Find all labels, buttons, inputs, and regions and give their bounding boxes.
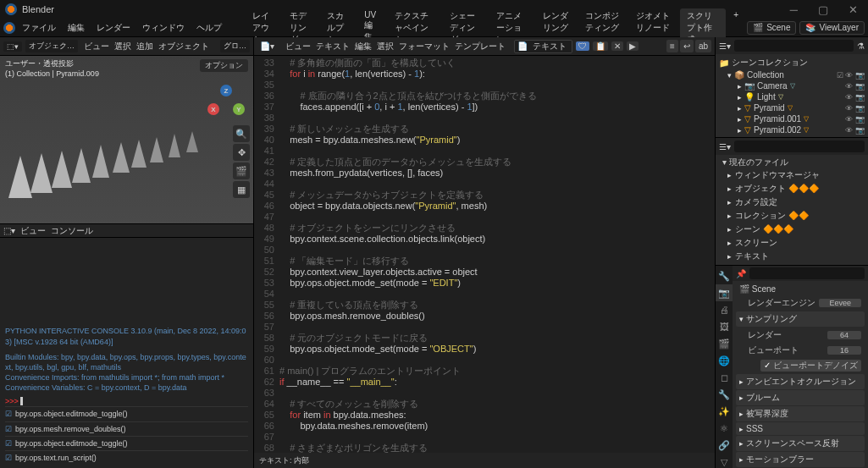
editor-type-icon[interactable]: ☰▾ <box>719 41 731 51</box>
file-search[interactable] <box>734 140 865 152</box>
vp-menu-追加[interactable]: 追加 <box>134 41 156 51</box>
menu-ファイル[interactable]: ファイル <box>17 20 61 36</box>
cone-mesh[interactable] <box>92 145 109 178</box>
menu-編集[interactable]: 編集 <box>63 20 90 36</box>
viewport-samples-value[interactable]: 16 <box>827 346 861 355</box>
tool-tab-icon[interactable]: 🔧 <box>716 267 733 284</box>
cone-mesh[interactable] <box>8 156 32 198</box>
ed-menu-テキスト[interactable]: テキスト <box>313 41 352 51</box>
ed-menu-ビュー[interactable]: ビュー <box>283 41 313 51</box>
editor-type-icon[interactable]: ☰▾ <box>719 142 731 151</box>
menu-ヘルプ[interactable]: ヘルプ <box>191 20 227 36</box>
orientation-selector[interactable]: グロ… <box>220 40 250 52</box>
minimize-button[interactable]: ─ <box>785 3 803 16</box>
scene-crumb[interactable]: Scene <box>752 284 776 294</box>
editor-type-icon[interactable]: ⬚▾ <box>3 226 15 235</box>
world-tab-icon[interactable]: 🌐 <box>716 352 733 369</box>
mode-selector[interactable]: オブジェク… <box>25 40 78 52</box>
text-file-selector[interactable]: 📄 テキスト <box>514 40 572 53</box>
mesh-tab-icon[interactable]: ▽ <box>716 454 733 468</box>
shield-icon[interactable]: 🛡 <box>576 41 589 51</box>
run-script-button[interactable]: ▶ <box>627 41 639 51</box>
history-item[interactable]: ☑ bpy.ops.mesh.remove_doubles() <box>5 421 248 436</box>
scene-tab-icon[interactable]: 🎬 <box>716 335 733 352</box>
console-menu[interactable]: コンソール <box>51 225 93 237</box>
vp-menu-オブジェクト[interactable]: オブジェクト <box>156 41 212 51</box>
zoom-icon[interactable]: 🔍 <box>233 125 250 142</box>
vp-menu-ビュー[interactable]: ビュー <box>81 41 112 51</box>
panel-被写界深度[interactable]: ▸被写界深度 <box>736 406 865 421</box>
syntax-highlight-icon[interactable]: ab <box>695 40 711 52</box>
ed-menu-テンプレート[interactable]: テンプレート <box>452 41 508 51</box>
3d-viewport[interactable]: ⬚▾ オブジェク… ビュー選択追加オブジェクト グロ… ユーザー・透視投影 (1… <box>0 37 253 223</box>
code-area[interactable]: 3334353637383940414243444546474849505152… <box>254 56 715 453</box>
outliner-item[interactable]: Pyramid.001 <box>754 114 801 124</box>
axis-z-icon[interactable]: Z <box>220 85 232 96</box>
collection[interactable]: Collection <box>747 70 784 80</box>
file-row[interactable]: ▸ テキスト <box>719 250 865 263</box>
options-button[interactable]: オプション <box>200 59 248 72</box>
camera-view-icon[interactable]: 🎬 <box>233 162 250 179</box>
outliner-search[interactable] <box>734 40 854 52</box>
particles-tab-icon[interactable]: ✨ <box>716 403 733 420</box>
cone-mesh[interactable] <box>72 148 91 183</box>
move-view-icon[interactable]: ✥ <box>233 144 250 161</box>
panel-SSS[interactable]: ▸SSS <box>736 422 865 435</box>
python-console[interactable]: PYTHON INTERACTIVE CONSOLE 3.10.9 (main,… <box>0 238 253 468</box>
cone-mesh[interactable] <box>150 137 163 162</box>
axis-y-icon[interactable]: Y <box>233 103 245 115</box>
constraints-tab-icon[interactable]: 🔗 <box>716 437 733 454</box>
physics-tab-icon[interactable]: ⚛ <box>716 420 733 437</box>
outliner-item[interactable]: Pyramid.002 <box>754 125 801 135</box>
cone-mesh[interactable] <box>131 140 147 168</box>
file-row[interactable]: ▸ スクリーン <box>719 236 865 250</box>
history-item[interactable]: ☑ bpy.ops.object.editmode_toggle() <box>5 406 248 421</box>
file-row[interactable]: ▸ カメラ設定 <box>719 195 865 209</box>
cone-mesh[interactable] <box>52 151 72 188</box>
object-tab-icon[interactable]: ◻ <box>716 369 733 386</box>
panel-アンビエントオクルージョン[interactable]: ▸アンビエントオクルージョン <box>736 374 865 389</box>
modifier-tab-icon[interactable]: 🔧 <box>716 386 733 403</box>
blender-icon[interactable] <box>3 22 15 34</box>
render-tab-icon[interactable]: 📷 <box>716 284 733 301</box>
outliner-item[interactable]: Pyramid <box>754 103 785 113</box>
scene-selector[interactable]: 🎬 Scene <box>747 21 796 35</box>
cone-mesh[interactable] <box>30 153 53 193</box>
panel-モーションブラー[interactable]: ▸モーションブラー <box>736 452 865 467</box>
persp-ortho-icon[interactable]: ▦ <box>233 181 250 198</box>
cone-mesh[interactable] <box>113 142 130 173</box>
line-numbers-icon[interactable]: ≡ <box>666 40 678 52</box>
panel-スクリーンスペース反射[interactable]: ▸スクリーンスペース反射 <box>736 436 865 451</box>
cone-mesh[interactable] <box>186 131 198 152</box>
word-wrap-icon[interactable]: ↩ <box>680 40 694 52</box>
menu-レンダー[interactable]: レンダー <box>91 20 135 36</box>
close-button[interactable]: ✕ <box>843 3 863 16</box>
filter-icon[interactable]: ⚗ <box>857 41 865 51</box>
pin-icon[interactable]: 📌 <box>736 269 746 278</box>
render-engine-value[interactable]: Eevee <box>819 299 861 307</box>
menu-ウィンドウ[interactable]: ウィンドウ <box>137 20 190 36</box>
unlink-icon[interactable]: ✕ <box>611 41 623 51</box>
editor-type-icon[interactable]: ⬚▾ <box>3 41 22 52</box>
sampling-panel[interactable]: ▾サンプリング <box>736 311 865 327</box>
render-samples-value[interactable]: 64 <box>827 331 861 339</box>
scene-collection[interactable]: シーンコレクション <box>732 57 808 69</box>
panel-ブルーム[interactable]: ▸ブルーム <box>736 390 865 405</box>
cone-mesh[interactable] <box>169 134 180 157</box>
ed-menu-フォーマット[interactable]: フォーマット <box>396 41 452 51</box>
vp-menu-選択[interactable]: 選択 <box>112 41 134 51</box>
outliner-item[interactable]: Camera <box>757 81 788 91</box>
viewport-denoise-check[interactable]: ビューポートデノイズ <box>760 360 861 372</box>
outliner-item[interactable]: Light <box>757 92 776 102</box>
view-menu[interactable]: ビュー <box>20 225 46 237</box>
editor-type-icon[interactable]: 📄▾ <box>257 41 277 51</box>
file-row[interactable]: ▸ ウィンドウマネージャ <box>719 168 865 182</box>
maximize-button[interactable]: ▢ <box>813 3 833 16</box>
new-text-icon[interactable]: 📋 <box>593 41 608 51</box>
file-row[interactable]: ▸ シーン 🔶🔶🔶 <box>719 223 865 236</box>
history-item[interactable]: ☑ bpy.ops.text.run_script() <box>5 450 248 465</box>
properties-search[interactable] <box>749 267 865 279</box>
history-item[interactable]: ☑ bpy.ops.object.editmode_toggle() <box>5 436 248 450</box>
ed-menu-選択[interactable]: 選択 <box>374 41 396 51</box>
viewlayer-tab-icon[interactable]: 🖼 <box>716 318 733 335</box>
